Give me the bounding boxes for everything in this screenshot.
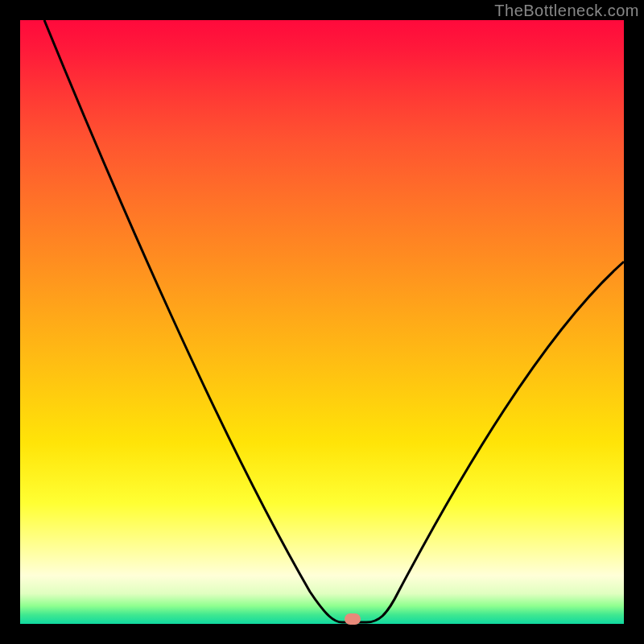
chart-plot-area [20, 20, 624, 624]
bottleneck-curve-path [44, 20, 624, 622]
optimal-point-marker [345, 613, 361, 625]
bottleneck-curve-svg [20, 20, 624, 624]
watermark-text: TheBottleneck.com [494, 2, 639, 20]
